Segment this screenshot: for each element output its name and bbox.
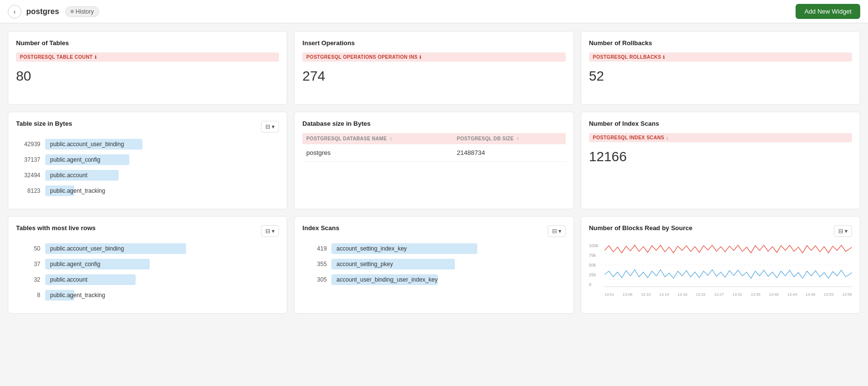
metric-label-rollbacks: POSTGRESQL ROLLBACKS ℹ xyxy=(589,52,852,62)
widget-title-index-scans: Number of Index Scans xyxy=(589,120,852,127)
widget-header-table-size: Table size in Bytes ⊟ ▾ xyxy=(16,120,279,133)
filter-button-table-size[interactable]: ⊟ ▾ xyxy=(261,121,279,133)
history-label: History xyxy=(76,8,94,15)
table-size-bar-list: 42939 public.account_user_binding 37137 … xyxy=(16,139,279,196)
bar-num: 8 xyxy=(16,292,40,299)
widget-index-scans-list: Index Scans ⊟ ▾ 419 account_setting_inde… xyxy=(294,216,573,314)
bar-num: 42939 xyxy=(16,141,40,148)
widget-header-blocks: Number of Blocks Read by Source ⊟ ▾ xyxy=(589,224,852,237)
widget-header-live-rows: Tables with most live rows ⊟ ▾ xyxy=(16,224,279,237)
index-scans-bar-row: 419 account_setting_index_key xyxy=(302,243,565,254)
widget-insert-operations: Insert Operations POSTGRESQL OPERATIONS … xyxy=(294,31,573,105)
filter-icon-blocks: ⊟ xyxy=(838,228,843,235)
history-dot xyxy=(70,10,74,13)
table-size-bar-row: 32494 public.account xyxy=(16,170,279,181)
widget-title-live-rows: Tables with most live rows xyxy=(16,224,96,232)
metric-value-rollbacks: 52 xyxy=(589,66,852,87)
bar-label: account_setting_pkey xyxy=(331,259,455,269)
widget-table-size: Table size in Bytes ⊟ ▾ 42939 public.acc… xyxy=(8,112,287,209)
bar-num: 32494 xyxy=(16,172,40,179)
dashboard: Number of Tables POSTGRESQL TABLE COUNT … xyxy=(0,23,868,321)
bar-label: public.account xyxy=(45,274,136,285)
widget-title-index-scans-list: Index Scans xyxy=(302,224,339,232)
db-size-table: POSTGRESQL DATABASE NAME ↕ POSTGRESQL DB… xyxy=(302,133,565,162)
bar-label: account_setting_index_key xyxy=(331,243,477,254)
widget-db-size: Database size in Bytes POSTGRESQL DATABA… xyxy=(294,112,573,209)
widget-header-index-scans: Index Scans ⊟ ▾ xyxy=(302,224,565,237)
widget-number-of-tables: Number of Tables POSTGRESQL TABLE COUNT … xyxy=(8,31,287,105)
bar-label: public.account xyxy=(45,170,119,181)
metric-value-index-scans: 12166 xyxy=(589,146,852,168)
bar-num: 305 xyxy=(302,276,327,283)
widget-index-scans-count: Number of Index Scans POSTGRESQL INDEX S… xyxy=(581,112,860,209)
blocks-chart: 100k 75k 50k 25k 0 13:01 xyxy=(589,243,852,297)
metric-label-index-scans: POSTGRESQL INDEX SCANS ↓ xyxy=(589,133,852,142)
filter-chevron-blocks: ▾ xyxy=(845,228,848,235)
widget-title-tables: Number of Tables xyxy=(16,39,279,47)
chart-y-labels: 100k 75k 50k 25k 0 xyxy=(589,243,605,287)
bar-label: account_user_binding_user_index_key xyxy=(331,274,437,285)
metric-label-tables: POSTGRESQL TABLE COUNT ℹ xyxy=(16,52,279,62)
back-button[interactable]: ‹ xyxy=(8,5,21,18)
bar-label: public.account_user_binding xyxy=(45,243,186,254)
filter-button-live-rows[interactable]: ⊟ ▾ xyxy=(261,225,279,237)
filter-icon: ⊟ xyxy=(265,123,270,130)
add-widget-button[interactable]: Add New Widget xyxy=(796,4,860,19)
bar-label: public.agent_tracking xyxy=(45,185,74,196)
live-rows-bar-row: 50 public.account_user_binding xyxy=(16,243,279,254)
bar-num: 32 xyxy=(16,276,40,283)
header: ‹ postgres History Add New Widget xyxy=(0,0,868,23)
widget-title-blocks: Number of Blocks Read by Source xyxy=(589,224,693,232)
bar-num: 8123 xyxy=(16,187,40,194)
widget-title-insert: Insert Operations xyxy=(302,39,565,47)
widget-live-rows: Tables with most live rows ⊟ ▾ 50 public… xyxy=(8,216,287,314)
metric-value-tables: 80 xyxy=(16,66,279,87)
chart-svg-area xyxy=(605,243,852,287)
bar-num: 355 xyxy=(302,261,327,268)
filter-button-blocks[interactable]: ⊟ ▾ xyxy=(834,225,852,237)
live-rows-bar-row: 37 public.agent_config xyxy=(16,259,279,269)
widget-rollbacks: Number of Rollbacks POSTGRESQL ROLLBACKS… xyxy=(581,31,860,105)
filter-icon-live: ⊟ xyxy=(265,228,270,235)
bar-num: 50 xyxy=(16,245,40,252)
bar-label: public.agent_config xyxy=(45,154,129,165)
widget-title-table-size: Table size in Bytes xyxy=(16,120,72,127)
widget-blocks-read: Number of Blocks Read by Source ⊟ ▾ 100k… xyxy=(581,216,860,314)
chart-x-labels: 13:0113:0613:1013:1413:1813:2213:2713:31… xyxy=(605,287,852,297)
live-rows-bar-list: 50 public.account_user_binding 37 public… xyxy=(16,243,279,301)
col-db-name: POSTGRESQL DATABASE NAME ↕ xyxy=(302,133,453,144)
chart-svg xyxy=(605,243,852,286)
col-db-size: POSTGRESQL DB SIZE ↕ xyxy=(453,133,566,144)
filter-chevron: ▾ xyxy=(272,123,275,130)
index-scans-bar-row: 355 account_setting_pkey xyxy=(302,259,565,269)
index-scans-bar-list: 419 account_setting_index_key 355 accoun… xyxy=(302,243,565,285)
metric-value-insert: 274 xyxy=(302,66,565,87)
widget-title-rollbacks: Number of Rollbacks xyxy=(589,39,852,47)
filter-button-index-scans[interactable]: ⊟ ▾ xyxy=(548,225,566,237)
bar-label: public.agent_config xyxy=(45,259,150,269)
metric-label-insert: POSTGRESQL OPERATIONS OPERATION INS ℹ xyxy=(302,52,565,62)
bar-label: public.account_user_binding xyxy=(45,139,142,150)
table-size-bar-row: 42939 public.account_user_binding xyxy=(16,139,279,150)
page-title: postgres xyxy=(26,7,59,16)
filter-icon-is: ⊟ xyxy=(552,228,557,235)
bar-num: 37 xyxy=(16,261,40,268)
filter-chevron-live: ▾ xyxy=(272,228,275,235)
bar-num: 37137 xyxy=(16,156,40,163)
widget-title-db-size: Database size in Bytes xyxy=(302,120,565,127)
bar-label: public.agent_tracking xyxy=(45,290,74,301)
live-rows-bar-row: 32 public.account xyxy=(16,274,279,285)
index-scans-bar-row: 305 account_user_binding_user_index_key xyxy=(302,274,565,285)
table-size-bar-row: 8123 public.agent_tracking xyxy=(16,185,279,196)
history-badge[interactable]: History xyxy=(65,6,99,17)
table-size-bar-row: 37137 public.agent_config xyxy=(16,154,279,165)
live-rows-bar-row: 8 public.agent_tracking xyxy=(16,290,279,301)
table-row: postgres21488734 xyxy=(302,144,565,162)
db-size-rows: postgres21488734 xyxy=(302,144,565,162)
filter-chevron-is: ▾ xyxy=(558,228,561,235)
bar-num: 419 xyxy=(302,245,327,252)
